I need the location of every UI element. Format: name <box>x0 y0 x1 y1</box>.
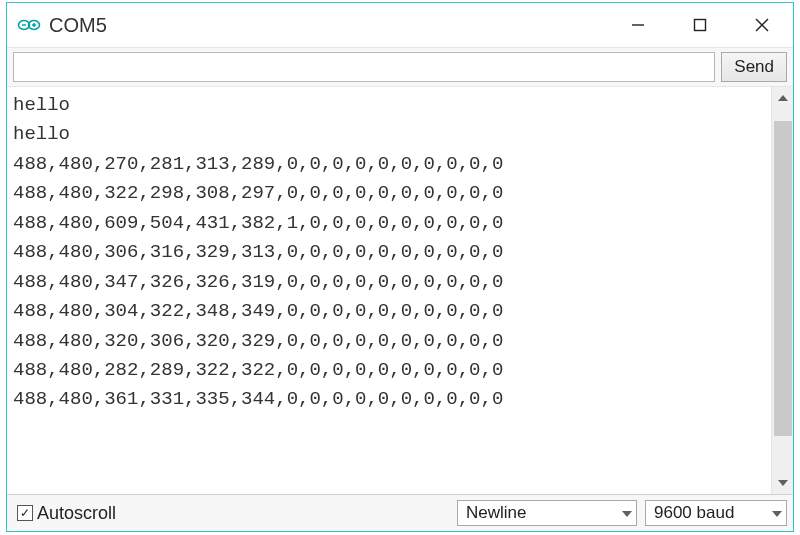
titlebar: COM5 <box>7 3 793 47</box>
footer-bar: ✓ Autoscroll Newline 9600 baud <box>7 495 793 531</box>
check-icon: ✓ <box>17 505 33 521</box>
svg-marker-12 <box>772 511 782 517</box>
scroll-down-arrow[interactable] <box>772 472 793 494</box>
send-button[interactable]: Send <box>721 52 787 82</box>
baud-select[interactable]: 9600 baud <box>645 500 787 526</box>
chevron-down-icon <box>622 507 632 519</box>
autoscroll-checkbox[interactable]: ✓ Autoscroll <box>17 503 116 524</box>
input-toolbar: Send <box>7 47 793 87</box>
serial-input[interactable] <box>13 52 715 82</box>
svg-marker-10 <box>778 480 788 486</box>
line-ending-select[interactable]: Newline <box>457 500 637 526</box>
scroll-thumb[interactable] <box>774 121 792 436</box>
svg-rect-6 <box>695 20 706 31</box>
arduino-icon <box>17 13 41 37</box>
output-area: hello hello 488,480,270,281,313,289,0,0,… <box>7 87 793 495</box>
svg-marker-11 <box>622 511 632 517</box>
window-title: COM5 <box>49 14 107 37</box>
close-button[interactable] <box>731 3 793 47</box>
baud-value: 9600 baud <box>654 503 734 523</box>
maximize-button[interactable] <box>669 3 731 47</box>
vertical-scrollbar[interactable] <box>771 87 793 494</box>
svg-marker-9 <box>778 95 788 101</box>
minimize-button[interactable] <box>607 3 669 47</box>
serial-output: hello hello 488,480,270,281,313,289,0,0,… <box>7 87 771 494</box>
line-ending-value: Newline <box>466 503 526 523</box>
autoscroll-label: Autoscroll <box>37 503 116 524</box>
scroll-up-arrow[interactable] <box>772 87 793 109</box>
serial-monitor-window: COM5 Send hello hello 488,480,270,281,31… <box>6 2 794 532</box>
chevron-down-icon <box>772 507 782 519</box>
